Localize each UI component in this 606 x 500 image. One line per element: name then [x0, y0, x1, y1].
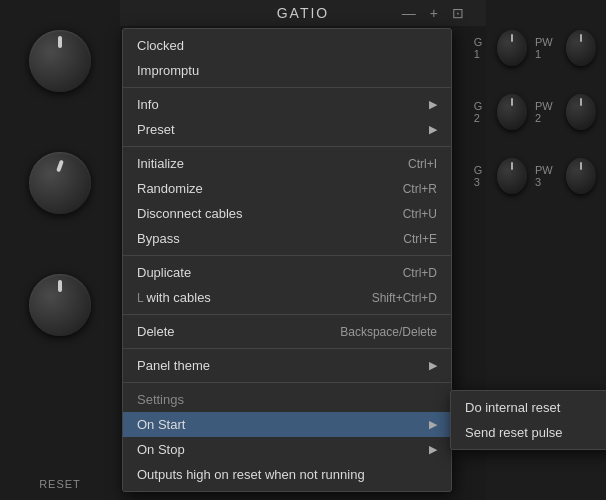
menu-item-disconnect[interactable]: Disconnect cables Ctrl+U — [123, 201, 451, 226]
knob-g3[interactable] — [497, 158, 527, 194]
section-clocked: Clocked — [123, 33, 451, 58]
menu-item-initialize[interactable]: Initialize Ctrl+I — [123, 151, 451, 176]
menu-item-info[interactable]: Info ▶ — [123, 92, 451, 117]
knob-bot-container — [29, 274, 91, 336]
menu-item-outputs-high[interactable]: Outputs high on reset when not running — [123, 462, 451, 487]
reset-label: RESET — [0, 478, 120, 490]
knob-pw3-indicator — [580, 162, 582, 170]
divider-1 — [123, 87, 451, 88]
right-row-g2: G 2 PW 2 — [474, 94, 596, 130]
menu-item-randomize[interactable]: Randomize Ctrl+R — [123, 176, 451, 201]
label-g1: G 1 — [474, 36, 489, 60]
knob-pw3[interactable] — [566, 158, 596, 194]
menu-item-panel-theme[interactable]: Panel theme ▶ — [123, 353, 451, 378]
knob-g2-indicator — [511, 98, 513, 106]
right-row-g1: G 1 PW 1 — [474, 30, 596, 66]
divider-6 — [123, 382, 451, 383]
divider-4 — [123, 314, 451, 315]
label-pw3: PW 3 — [535, 164, 558, 188]
knob-mid-container — [29, 152, 91, 214]
submenu-on-start: Do internal reset Send reset pulse — [450, 390, 606, 450]
menu-item-with-cables[interactable]: with cables Shift+Ctrl+D — [123, 285, 451, 310]
knob-pw2[interactable] — [566, 94, 596, 130]
knob-large-mid[interactable] — [29, 152, 91, 214]
knob-large-top[interactable] — [29, 30, 91, 92]
grid-btn[interactable]: ⊡ — [452, 5, 466, 21]
knob-indicator-bot — [58, 280, 62, 292]
knob-g1[interactable] — [497, 30, 527, 66]
menu-item-duplicate[interactable]: Duplicate Ctrl+D — [123, 260, 451, 285]
label-pw1: PW 1 — [535, 36, 558, 60]
menu-item-on-start[interactable]: On Start ▶ — [123, 412, 451, 437]
knob-g1-indicator — [511, 34, 513, 42]
label-g2: G 2 — [474, 100, 489, 124]
title-bar-buttons: — + ⊡ — [392, 0, 476, 26]
submenu-item-do-internal-reset[interactable]: Do internal reset — [451, 395, 606, 420]
minimize-btn[interactable]: — — [402, 5, 418, 21]
knob-pw2-indicator — [580, 98, 582, 106]
knob-pw1-indicator — [580, 34, 582, 42]
menu-item-preset[interactable]: Preset ▶ — [123, 117, 451, 142]
context-menu: Clocked Impromptu Info ▶ Preset ▶ Initia… — [122, 28, 452, 492]
menu-item-delete[interactable]: Delete Backspace/Delete — [123, 319, 451, 344]
knob-g3-indicator — [511, 162, 513, 170]
left-module: RESET — [0, 0, 120, 500]
label-pw2: PW 2 — [535, 100, 558, 124]
expand-btn[interactable]: + — [430, 5, 440, 21]
right-row-g3: G 3 PW 3 — [474, 158, 596, 194]
settings-section-label: Settings — [123, 387, 451, 412]
knob-top-container — [29, 30, 91, 92]
menu-item-bypass[interactable]: Bypass Ctrl+E — [123, 226, 451, 251]
knob-g2[interactable] — [497, 94, 527, 130]
divider-2 — [123, 146, 451, 147]
menu-item-on-stop[interactable]: On Stop ▶ — [123, 437, 451, 462]
divider-3 — [123, 255, 451, 256]
knob-indicator — [58, 36, 62, 48]
section-impromptu: Impromptu — [123, 58, 451, 83]
label-g3: G 3 — [474, 164, 489, 188]
knob-pw1[interactable] — [566, 30, 596, 66]
knob-indicator-mid — [56, 160, 64, 173]
knob-large-bot[interactable] — [29, 274, 91, 336]
divider-5 — [123, 348, 451, 349]
module-title: GATIO — [277, 5, 330, 21]
submenu-item-send-reset-pulse[interactable]: Send reset pulse — [451, 420, 606, 445]
